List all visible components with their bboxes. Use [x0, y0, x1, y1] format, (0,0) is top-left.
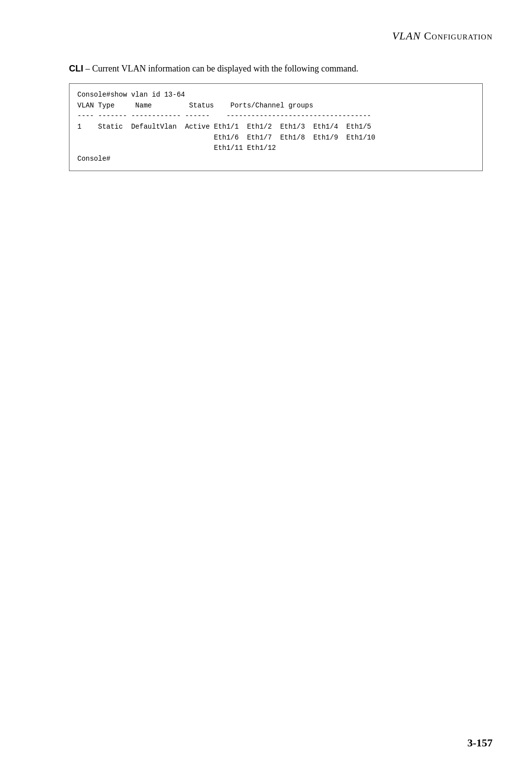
code-block: Console#show vlan id 13-64 VLAN Type Nam… [69, 83, 483, 171]
intro-paragraph: CLI – Current VLAN information can be di… [39, 62, 493, 75]
header-config: Configuration [424, 30, 493, 42]
page-number: 3-157 [467, 737, 493, 749]
page-header: VLAN Configuration [39, 30, 493, 42]
intro-body: Current VLAN information can be displaye… [90, 64, 359, 73]
header-vlan: VLAN [392, 30, 421, 42]
page: VLAN Configuration CLI – Current VLAN in… [0, 0, 532, 774]
cli-label: CLI [69, 64, 83, 73]
intro-dash: – [83, 64, 90, 73]
